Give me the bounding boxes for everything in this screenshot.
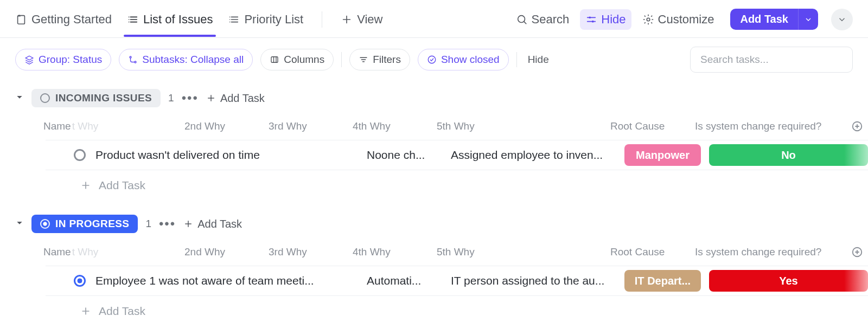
add-task-button[interactable]: Add Task xyxy=(730,9,798,30)
col-1st-why-ghost: t Why xyxy=(72,120,99,132)
col-root-cause[interactable]: Root Cause xyxy=(610,246,695,258)
task-row[interactable]: Product wasn't delivered on time Noone c… xyxy=(46,140,868,170)
task-status-icon[interactable] xyxy=(74,149,86,161)
search-tasks-box[interactable] xyxy=(690,47,853,73)
group-count: 1 xyxy=(145,218,151,230)
status-label: INCOMING ISSUES xyxy=(55,92,152,104)
col-4th-why[interactable]: 4th Why xyxy=(353,246,437,258)
svg-rect-0 xyxy=(18,15,25,24)
col-5th-why[interactable]: 5th Why xyxy=(437,120,610,132)
group-count: 1 xyxy=(168,92,174,104)
cell-5th-why[interactable]: Assigned employee to inven... xyxy=(451,149,624,162)
col-name[interactable]: Name xyxy=(43,120,71,132)
cell-4th-why[interactable]: Noone ch... xyxy=(367,149,451,162)
status-badge[interactable]: IN PROGRESS xyxy=(31,215,138,233)
tab-label: Priority List xyxy=(244,12,303,27)
divider xyxy=(322,11,322,28)
plus-circle-icon xyxy=(851,246,863,258)
gear-icon xyxy=(642,14,654,25)
check-circle-icon xyxy=(427,55,437,65)
filter-icon xyxy=(359,55,368,65)
task-row[interactable]: Employee 1 was not aware of team meeti..… xyxy=(46,266,868,296)
group-collapse-toggle[interactable] xyxy=(15,93,24,104)
root-cause-badge[interactable]: Manpower xyxy=(624,144,701,166)
group-chip[interactable]: Group: Status xyxy=(15,49,111,70)
doc-pin-icon xyxy=(15,14,27,25)
task-name[interactable]: Employee 1 was not aware of team meeti..… xyxy=(95,274,367,287)
tab-getting-started[interactable]: Getting Started xyxy=(15,7,112,36)
system-change-badge[interactable]: No xyxy=(709,144,868,166)
subtasks-icon xyxy=(128,55,138,65)
col-4th-why[interactable]: 4th Why xyxy=(353,120,437,132)
divider xyxy=(516,52,517,67)
root-cause-badge[interactable]: IT Depart... xyxy=(624,270,701,292)
caret-down-icon xyxy=(15,218,24,227)
svg-point-3 xyxy=(592,20,594,22)
svg-point-8 xyxy=(428,56,436,63)
divider xyxy=(341,52,342,67)
col-system-change[interactable]: Is system change required? xyxy=(695,246,846,258)
search-button[interactable]: Search xyxy=(510,9,575,30)
caret-down-icon xyxy=(15,93,24,101)
add-column-button[interactable] xyxy=(846,120,868,132)
group-more-button[interactable]: ••• xyxy=(159,221,176,227)
col-3rd-why[interactable]: 3rd Why xyxy=(269,246,353,258)
search-tasks-input[interactable] xyxy=(700,54,843,66)
group-collapse-toggle[interactable] xyxy=(15,218,24,229)
col-5th-why[interactable]: 5th Why xyxy=(437,246,610,258)
tab-list-of-issues[interactable]: List of Issues xyxy=(127,7,213,36)
customize-button[interactable]: Customize xyxy=(637,9,720,30)
col-2nd-why[interactable]: 2nd Why xyxy=(184,120,269,132)
col-3rd-why[interactable]: 3rd Why xyxy=(269,120,353,132)
add-task-row[interactable]: Add Task xyxy=(15,296,868,323)
col-2nd-why[interactable]: 2nd Why xyxy=(184,246,269,258)
plus-icon xyxy=(341,14,353,25)
col-system-change[interactable]: Is system change required? xyxy=(695,120,846,132)
show-closed-chip[interactable]: Show closed xyxy=(418,49,509,70)
list-pin-icon xyxy=(127,14,139,25)
task-status-icon[interactable] xyxy=(74,275,86,287)
svg-rect-7 xyxy=(271,57,278,63)
search-icon xyxy=(516,14,528,25)
col-1st-why-ghost: t Why xyxy=(72,246,99,258)
add-view-button[interactable]: View xyxy=(341,12,382,31)
tab-priority-list[interactable]: Priority List xyxy=(228,7,303,36)
more-menu-button[interactable] xyxy=(831,9,853,30)
group-add-task-button[interactable]: Add Task xyxy=(206,92,265,105)
view-label: View xyxy=(357,12,382,27)
col-root-cause[interactable]: Root Cause xyxy=(610,120,695,132)
chevron-down-icon xyxy=(804,15,813,24)
filters-chip[interactable]: Filters xyxy=(349,49,410,70)
subtasks-chip[interactable]: Subtasks: Collapse all xyxy=(119,49,253,70)
status-ring-icon xyxy=(40,93,50,103)
add-task-row[interactable]: Add Task xyxy=(15,170,868,197)
task-name[interactable]: Product wasn't delivered on time xyxy=(95,149,367,162)
plus-icon xyxy=(183,219,193,229)
columns-chip[interactable]: Columns xyxy=(260,49,334,70)
chevron-down-icon xyxy=(837,15,847,24)
svg-point-2 xyxy=(589,16,591,18)
hide-toolbar-button[interactable]: Hide xyxy=(528,54,549,66)
cell-5th-why[interactable]: IT person assigned to the au... xyxy=(451,274,624,287)
svg-point-6 xyxy=(135,61,136,63)
col-name[interactable]: Name xyxy=(43,246,71,258)
system-change-badge[interactable]: Yes xyxy=(709,270,868,292)
add-column-button[interactable] xyxy=(846,246,868,258)
plus-icon xyxy=(206,93,216,103)
sliders-icon xyxy=(585,14,597,25)
plus-circle-icon xyxy=(851,120,863,132)
plus-icon xyxy=(80,180,91,191)
layers-icon xyxy=(24,55,34,65)
status-label: IN PROGRESS xyxy=(55,218,129,230)
group-add-task-button[interactable]: Add Task xyxy=(183,218,242,230)
svg-point-4 xyxy=(647,18,650,21)
add-task-dropdown[interactable] xyxy=(798,9,818,30)
plus-icon xyxy=(80,306,91,317)
svg-point-5 xyxy=(130,56,131,58)
group-more-button[interactable]: ••• xyxy=(182,95,199,101)
columns-icon xyxy=(270,55,279,65)
status-badge[interactable]: INCOMING ISSUES xyxy=(31,89,161,107)
cell-4th-why[interactable]: Automati... xyxy=(367,274,451,287)
tab-label: Getting Started xyxy=(31,12,112,27)
hide-button[interactable]: Hide xyxy=(580,9,631,30)
